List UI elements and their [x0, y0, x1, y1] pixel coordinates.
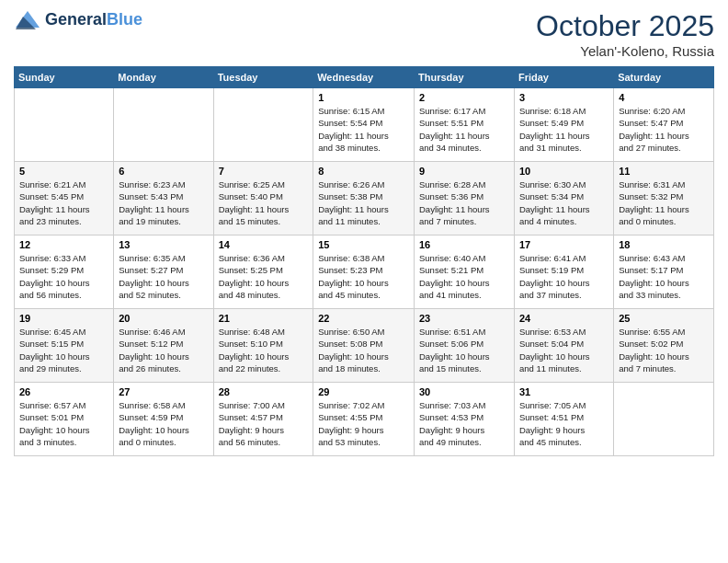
col-monday: Monday [114, 67, 213, 88]
day-info: Sunrise: 6:46 AM Sunset: 5:12 PM Dayligh… [119, 326, 208, 374]
day-info: Sunrise: 6:51 AM Sunset: 5:06 PM Dayligh… [419, 326, 509, 374]
day-info: Sunrise: 6:36 AM Sunset: 5:25 PM Dayligh… [219, 252, 309, 301]
calendar-cell: 11Sunrise: 6:31 AM Sunset: 5:32 PM Dayli… [614, 162, 714, 236]
day-number: 17 [519, 239, 609, 250]
day-info: Sunrise: 6:53 AM Sunset: 5:04 PM Dayligh… [519, 326, 609, 374]
day-number: 18 [619, 239, 709, 250]
day-info: Sunrise: 6:20 AM Sunset: 5:47 PM Dayligh… [619, 105, 709, 154]
calendar-cell [614, 383, 714, 456]
day-number: 9 [419, 166, 509, 177]
calendar-cell [213, 88, 313, 162]
day-number: 5 [19, 166, 108, 177]
day-info: Sunrise: 7:00 AM Sunset: 4:57 PM Dayligh… [219, 399, 309, 448]
col-friday: Friday [514, 67, 613, 88]
day-info: Sunrise: 6:18 AM Sunset: 5:49 PM Dayligh… [519, 105, 609, 154]
calendar-week-4: 19Sunrise: 6:45 AM Sunset: 5:15 PM Dayli… [15, 309, 714, 383]
calendar-cell: 26Sunrise: 6:57 AM Sunset: 5:01 PM Dayli… [15, 383, 114, 456]
day-number: 24 [519, 313, 609, 324]
day-number: 3 [519, 92, 609, 103]
day-number: 10 [519, 166, 609, 177]
col-thursday: Thursday [415, 67, 515, 88]
calendar-week-2: 5Sunrise: 6:21 AM Sunset: 5:45 PM Daylig… [15, 162, 714, 236]
calendar-cell: 14Sunrise: 6:36 AM Sunset: 5:25 PM Dayli… [213, 236, 313, 309]
day-number: 23 [419, 313, 509, 324]
day-info: Sunrise: 6:17 AM Sunset: 5:51 PM Dayligh… [419, 105, 509, 154]
location-subtitle: Yelan'-Koleno, Russia [536, 43, 714, 59]
day-info: Sunrise: 7:03 AM Sunset: 4:53 PM Dayligh… [419, 399, 509, 448]
calendar-cell: 18Sunrise: 6:43 AM Sunset: 5:17 PM Dayli… [614, 236, 714, 309]
calendar-cell: 1Sunrise: 6:15 AM Sunset: 5:54 PM Daylig… [313, 88, 415, 162]
header: GeneralBlue October 2025 Yelan'-Koleno, … [14, 9, 714, 59]
day-number: 6 [119, 166, 208, 177]
day-info: Sunrise: 6:33 AM Sunset: 5:29 PM Dayligh… [19, 252, 108, 301]
day-info: Sunrise: 6:30 AM Sunset: 5:34 PM Dayligh… [519, 178, 609, 227]
day-info: Sunrise: 6:28 AM Sunset: 5:36 PM Dayligh… [419, 178, 509, 227]
day-info: Sunrise: 6:41 AM Sunset: 5:19 PM Dayligh… [519, 252, 609, 301]
day-number: 1 [318, 92, 409, 103]
col-tuesday: Tuesday [213, 67, 313, 88]
day-info: Sunrise: 6:50 AM Sunset: 5:08 PM Dayligh… [318, 326, 409, 374]
calendar-cell [114, 88, 213, 162]
calendar-week-1: 1Sunrise: 6:15 AM Sunset: 5:54 PM Daylig… [15, 88, 714, 162]
day-number: 16 [419, 239, 509, 250]
day-number: 2 [419, 92, 509, 103]
day-info: Sunrise: 6:58 AM Sunset: 4:59 PM Dayligh… [119, 399, 208, 448]
day-info: Sunrise: 7:02 AM Sunset: 4:55 PM Dayligh… [318, 399, 409, 448]
day-number: 28 [219, 386, 309, 397]
calendar-cell: 19Sunrise: 6:45 AM Sunset: 5:15 PM Dayli… [15, 309, 114, 383]
day-info: Sunrise: 6:57 AM Sunset: 5:01 PM Dayligh… [19, 399, 108, 448]
title-block: October 2025 Yelan'-Koleno, Russia [536, 9, 714, 59]
day-info: Sunrise: 7:05 AM Sunset: 4:51 PM Dayligh… [519, 399, 609, 448]
day-number: 7 [219, 166, 309, 177]
day-number: 26 [19, 386, 108, 397]
calendar-cell: 10Sunrise: 6:30 AM Sunset: 5:34 PM Dayli… [514, 162, 613, 236]
day-number: 4 [619, 92, 709, 103]
day-number: 19 [19, 313, 108, 324]
day-info: Sunrise: 6:35 AM Sunset: 5:27 PM Dayligh… [119, 252, 208, 301]
calendar-cell: 30Sunrise: 7:03 AM Sunset: 4:53 PM Dayli… [415, 383, 515, 456]
calendar-week-3: 12Sunrise: 6:33 AM Sunset: 5:29 PM Dayli… [15, 236, 714, 309]
calendar-cell: 22Sunrise: 6:50 AM Sunset: 5:08 PM Dayli… [313, 309, 415, 383]
calendar-cell: 29Sunrise: 7:02 AM Sunset: 4:55 PM Dayli… [313, 383, 415, 456]
calendar-cell: 15Sunrise: 6:38 AM Sunset: 5:23 PM Dayli… [313, 236, 415, 309]
day-info: Sunrise: 6:31 AM Sunset: 5:32 PM Dayligh… [619, 178, 709, 227]
calendar-cell: 17Sunrise: 6:41 AM Sunset: 5:19 PM Dayli… [514, 236, 613, 309]
day-number: 20 [119, 313, 208, 324]
calendar-cell: 8Sunrise: 6:26 AM Sunset: 5:38 PM Daylig… [313, 162, 415, 236]
day-info: Sunrise: 6:15 AM Sunset: 5:54 PM Dayligh… [318, 105, 409, 154]
day-info: Sunrise: 6:26 AM Sunset: 5:38 PM Dayligh… [318, 178, 409, 227]
col-saturday: Saturday [614, 67, 714, 88]
logo-text: GeneralBlue [45, 11, 142, 29]
day-info: Sunrise: 6:23 AM Sunset: 5:43 PM Dayligh… [119, 178, 208, 227]
calendar-cell: 21Sunrise: 6:48 AM Sunset: 5:10 PM Dayli… [213, 309, 313, 383]
day-number: 25 [619, 313, 709, 324]
calendar-table: Sunday Monday Tuesday Wednesday Thursday… [14, 66, 714, 456]
calendar-cell: 20Sunrise: 6:46 AM Sunset: 5:12 PM Dayli… [114, 309, 213, 383]
day-number: 30 [419, 386, 509, 397]
day-info: Sunrise: 6:43 AM Sunset: 5:17 PM Dayligh… [619, 252, 709, 301]
calendar-cell: 13Sunrise: 6:35 AM Sunset: 5:27 PM Dayli… [114, 236, 213, 309]
calendar-cell: 6Sunrise: 6:23 AM Sunset: 5:43 PM Daylig… [114, 162, 213, 236]
day-number: 14 [219, 239, 309, 250]
day-info: Sunrise: 6:25 AM Sunset: 5:40 PM Dayligh… [219, 178, 309, 227]
calendar-cell: 2Sunrise: 6:17 AM Sunset: 5:51 PM Daylig… [415, 88, 515, 162]
logo-icon [14, 9, 41, 31]
calendar-cell: 4Sunrise: 6:20 AM Sunset: 5:47 PM Daylig… [614, 88, 714, 162]
month-title: October 2025 [536, 9, 714, 43]
calendar-cell: 9Sunrise: 6:28 AM Sunset: 5:36 PM Daylig… [415, 162, 515, 236]
calendar-cell: 24Sunrise: 6:53 AM Sunset: 5:04 PM Dayli… [514, 309, 613, 383]
calendar-cell: 7Sunrise: 6:25 AM Sunset: 5:40 PM Daylig… [213, 162, 313, 236]
calendar-cell: 12Sunrise: 6:33 AM Sunset: 5:29 PM Dayli… [15, 236, 114, 309]
day-info: Sunrise: 6:55 AM Sunset: 5:02 PM Dayligh… [619, 326, 709, 374]
day-number: 11 [619, 166, 709, 177]
calendar-cell: 23Sunrise: 6:51 AM Sunset: 5:06 PM Dayli… [415, 309, 515, 383]
day-info: Sunrise: 6:45 AM Sunset: 5:15 PM Dayligh… [19, 326, 108, 374]
day-number: 31 [519, 386, 609, 397]
day-number: 27 [119, 386, 208, 397]
calendar-cell: 31Sunrise: 7:05 AM Sunset: 4:51 PM Dayli… [514, 383, 613, 456]
day-number: 21 [219, 313, 309, 324]
calendar-cell [15, 88, 114, 162]
day-number: 12 [19, 239, 108, 250]
logo: GeneralBlue [14, 9, 142, 31]
calendar-cell: 16Sunrise: 6:40 AM Sunset: 5:21 PM Dayli… [415, 236, 515, 309]
